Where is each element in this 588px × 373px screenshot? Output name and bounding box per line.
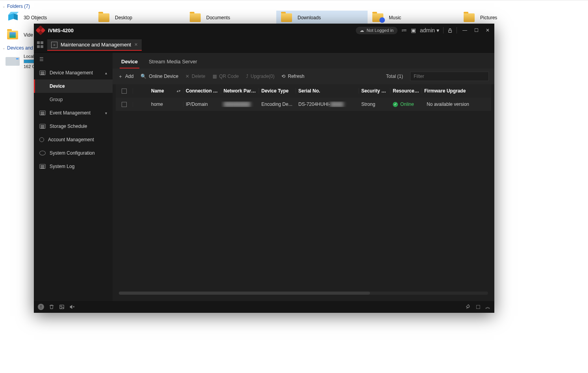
trash-icon[interactable] xyxy=(49,304,54,310)
upgrade-button: ⤴Upgrade(0) xyxy=(246,74,275,79)
table-row[interactable]: home IP/Domain ████████ Encoding De... D… xyxy=(116,98,491,111)
close-button[interactable]: ✕ xyxy=(484,27,491,34)
content-tabs: Device Stream Media Server xyxy=(113,53,494,68)
folder-desktop[interactable]: Desktop xyxy=(94,11,185,25)
app-logo-icon xyxy=(35,25,45,35)
home-grid-button[interactable] xyxy=(37,41,44,48)
chevron-down-icon: ▾ xyxy=(105,111,107,115)
folders-label: Folders (7) xyxy=(7,4,30,9)
folder-music[interactable]: Music xyxy=(368,11,459,25)
mute-icon[interactable] xyxy=(69,304,75,310)
tab-close-icon[interactable]: ✕ xyxy=(134,42,138,47)
folder-label: Pictures xyxy=(480,15,497,20)
sidebar-item-label: System Configuration xyxy=(50,150,95,156)
login-status[interactable]: ☁ Not Logged in xyxy=(356,27,398,34)
log-icon xyxy=(39,164,46,169)
horizontal-scrollbar[interactable] xyxy=(119,292,488,295)
svg-rect-1 xyxy=(60,305,64,308)
col-firmware-upgrade[interactable]: Firmware Upgrade xyxy=(422,88,474,94)
minimize-button[interactable]: — xyxy=(461,27,469,34)
cell-device-type: Encoding De... xyxy=(259,102,296,107)
col-security-level[interactable]: Security Level xyxy=(359,88,390,94)
cell-network-param: ████████ xyxy=(221,102,259,107)
sidebar-item-group[interactable]: Group xyxy=(34,93,113,106)
folder-icon xyxy=(279,12,294,23)
folder-pictures[interactable]: Pictures xyxy=(459,11,550,25)
chevron-down-icon: ⌄ xyxy=(2,46,6,50)
col-network-param[interactable]: Network Param... xyxy=(221,88,259,94)
sidebar-item-device[interactable]: Device xyxy=(34,79,113,93)
filter-input[interactable] xyxy=(410,72,489,81)
col-resource-usage[interactable]: Resource Us... xyxy=(390,88,422,94)
sidebar-item-label: Storage Schedule xyxy=(50,124,87,129)
cloud-icon: ☁ xyxy=(360,28,364,33)
check-circle-icon: ✓ xyxy=(393,102,398,107)
sidebar-item-account-management[interactable]: Account Management xyxy=(34,133,113,146)
window-icon[interactable]: ☐ xyxy=(476,304,481,310)
search-icon: 🔍 xyxy=(141,74,146,79)
sidebar-item-event-management[interactable]: Event Management ▾ xyxy=(34,106,113,120)
toolbar: ＋Add 🔍Online Device ✕Delete ▦QR Code ⤴Up… xyxy=(113,68,494,84)
main-content: Device Stream Media Server ＋Add 🔍Online … xyxy=(113,53,494,301)
gear-icon xyxy=(39,151,46,155)
ivms-app-window: iVMS-4200 ☁ Not Logged in ≔ ▣ admin ▾ — … xyxy=(34,24,494,313)
tab-device[interactable]: Device xyxy=(120,55,139,68)
collapse-icon[interactable]: ︽ xyxy=(485,303,490,310)
user-dropdown[interactable]: admin ▾ xyxy=(420,27,439,33)
menu-list-icon[interactable]: ≔ xyxy=(401,27,407,33)
col-serial-no[interactable]: Serial No. xyxy=(296,88,359,94)
folder-label: 3D Objects xyxy=(24,15,47,20)
tab-maintenance-management[interactable]: ≡ Maintenance and Management ✕ xyxy=(47,39,142,50)
pin-icon[interactable] xyxy=(466,304,471,310)
add-button[interactable]: ＋Add xyxy=(118,73,133,80)
folder-label: Music xyxy=(389,15,401,20)
col-connection-type[interactable]: Connection T... xyxy=(183,88,221,94)
alert-icon[interactable]: ! xyxy=(38,304,44,310)
folder-icon xyxy=(6,30,20,41)
folder-documents[interactable]: Documents xyxy=(185,11,276,25)
col-name[interactable]: Name▴▾ xyxy=(149,88,183,94)
cell-security-level: Strong xyxy=(359,102,390,107)
sidebar-toggle[interactable]: ☰ xyxy=(34,53,113,66)
folder-3d-objects[interactable]: 3D Objects xyxy=(2,11,94,25)
tab-stream-media-server[interactable]: Stream Media Server xyxy=(148,55,198,68)
select-all-checkbox[interactable] xyxy=(122,89,127,94)
cell-firmware-upgrade: No available version xyxy=(422,102,474,107)
lock-icon[interactable] xyxy=(447,28,453,33)
online-device-button[interactable]: 🔍Online Device xyxy=(141,74,178,79)
sidebar-item-system-log[interactable]: System Log xyxy=(34,160,113,173)
image-icon[interactable]: ▣ xyxy=(411,27,416,33)
delete-button: ✕Delete xyxy=(185,74,205,79)
row-checkbox[interactable] xyxy=(122,102,127,107)
sidebar-item-label: Account Management xyxy=(48,137,94,142)
folders-section-header[interactable]: ⌄ Folders (7) xyxy=(0,0,588,11)
folder-downloads[interactable]: Downloads xyxy=(276,11,368,25)
file-explorer-background: ⌄ Folders (7) 3D Objects Desktop Documen… xyxy=(0,0,588,373)
storage-icon xyxy=(39,124,46,129)
refresh-button[interactable]: ⟲Refresh xyxy=(281,74,304,79)
sidebar-item-label: Event Management xyxy=(50,110,91,116)
maximize-button[interactable]: ☐ xyxy=(473,27,480,34)
titlebar[interactable]: iVMS-4200 ☁ Not Logged in ≔ ▣ admin ▾ — … xyxy=(34,24,494,37)
sidebar-item-system-configuration[interactable]: System Configuration xyxy=(34,146,113,160)
upload-icon: ⤴ xyxy=(246,74,248,79)
cell-serial-no: DS-7204HUHI-████ xyxy=(296,102,359,107)
document-icon: ≡ xyxy=(51,42,57,48)
qr-icon: ▦ xyxy=(213,74,217,79)
sidebar: ☰ Device Management ▴ Device Group Event… xyxy=(34,53,113,301)
svg-point-2 xyxy=(61,306,61,307)
table-header: Name▴▾ Connection T... Network Param... … xyxy=(116,84,491,98)
folder-icon xyxy=(188,12,202,23)
folder-icon xyxy=(462,12,476,23)
qr-code-button: ▦QR Code xyxy=(213,74,239,79)
sort-icon: ▴▾ xyxy=(177,89,181,93)
folder-label: Desktop xyxy=(115,15,132,20)
app-title: iVMS-4200 xyxy=(48,28,74,33)
separator xyxy=(457,27,457,33)
picture-icon[interactable] xyxy=(59,304,65,310)
x-icon: ✕ xyxy=(185,74,189,79)
col-device-type[interactable]: Device Type xyxy=(259,88,296,94)
sidebar-item-device-management[interactable]: Device Management ▴ xyxy=(34,66,113,79)
sidebar-item-storage-schedule[interactable]: Storage Schedule xyxy=(34,120,113,133)
tab-bar: ≡ Maintenance and Management ✕ xyxy=(34,37,494,53)
